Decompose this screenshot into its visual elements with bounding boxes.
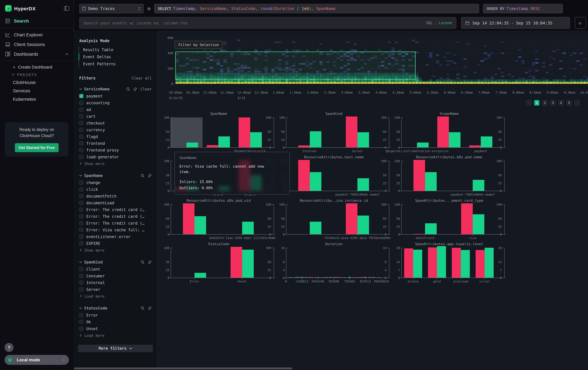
delta-chart-spanattributes-app-loyalty-level[interactable]: SpanAttributes.app.loyalty.level28281414… <box>392 241 507 285</box>
checkbox[interactable] <box>79 235 84 239</box>
filter-option-row[interactable]: frontend <box>78 140 153 147</box>
delta-chart-spankind[interactable]: SpanKind1001005050252500InternalServer <box>276 111 392 154</box>
filter-show-more[interactable]: Show more <box>78 247 153 253</box>
filter-by-selection-button[interactable]: Filter by Selection <box>175 41 223 49</box>
sidebar-item-search[interactable]: Search <box>0 16 74 26</box>
filter-option-row[interactable]: Consumer <box>78 272 153 279</box>
pin-icon[interactable] <box>134 87 137 91</box>
checkbox[interactable] <box>79 101 84 105</box>
filter-option-row[interactable]: Ok <box>78 319 153 325</box>
pagination-page-2[interactable]: 2 <box>542 100 547 106</box>
filter-option-row[interactable]: documentLoad <box>78 200 153 206</box>
filter-show-more[interactable]: Show more <box>78 160 153 167</box>
filter-option-row[interactable]: Error: The credit card (… <box>78 206 153 213</box>
checkbox[interactable] <box>79 327 84 331</box>
analysis-mode-results-table[interactable]: Results Table <box>78 46 153 53</box>
sidebar-preset-kubernetes[interactable]: Kubernetes <box>0 95 74 103</box>
delta-chart-duration[interactable]: Duration16168844000119881329441807030987… <box>276 241 392 285</box>
checkbox[interactable] <box>79 280 84 285</box>
checkbox[interactable] <box>79 134 84 139</box>
pagination-page-3[interactable]: 3 <box>550 100 556 106</box>
filter-load-more[interactable]: Load more <box>78 332 153 339</box>
filter-option-row[interactable]: accounting <box>78 100 153 106</box>
sidebar-preset-clickhouse[interactable]: ClickHouse <box>0 78 74 87</box>
filter-option-row[interactable]: currency <box>78 126 153 133</box>
delta-chart-spanname[interactable]: SpanName1001005050252500PaymentService/C… <box>161 111 276 154</box>
filter-option-row[interactable]: Error: The credit card (… <box>78 213 153 220</box>
delta-chart-resourceattribu-ice-instance-id[interactable]: ResourceAttribu..ice.instance.id10010050… <box>276 198 392 241</box>
search-icon[interactable] <box>141 174 145 178</box>
checkbox[interactable] <box>79 241 84 245</box>
delta-chart-scopename[interactable]: ScopeName1001005050252500@hyperdx/instru… <box>392 111 507 154</box>
checkbox[interactable] <box>79 214 84 219</box>
delta-chart-resourceattributes-k8s-pod-uid[interactable]: ResourceAttributes.k8s.pod.uid1001005050… <box>161 198 276 241</box>
checkbox[interactable] <box>79 221 84 225</box>
filter-option-row[interactable]: Error <box>78 312 153 319</box>
filter-option-row[interactable]: Error: The credit card (… <box>78 220 153 227</box>
pagination-next[interactable]: › <box>575 100 580 106</box>
lucene-toggle[interactable]: Lucene <box>439 20 452 25</box>
filter-option-row[interactable]: change <box>78 179 153 186</box>
checkbox[interactable] <box>79 121 84 125</box>
checkbox[interactable] <box>79 208 84 212</box>
pin-icon[interactable] <box>148 260 152 264</box>
pagination-page-1[interactable]: 1 <box>534 100 539 106</box>
pagination-page-4[interactable]: 4 <box>558 100 564 106</box>
checkbox[interactable] <box>79 267 84 271</box>
get-started-button[interactable]: Get Started for Free <box>15 143 59 152</box>
checkbox-checked[interactable]: ✓ <box>79 94 84 98</box>
filter-option-row[interactable]: Server <box>78 286 153 293</box>
delta-chart-spanattributes-yment-card-type[interactable]: SpanAttributes...yment.card_type10010050… <box>392 198 507 241</box>
sidebar-item-client-sessions[interactable]: Client Sessions <box>0 40 74 49</box>
horizontal-scrollbar[interactable] <box>74 367 292 369</box>
pin-icon[interactable] <box>148 174 152 178</box>
checkbox[interactable] <box>79 194 84 198</box>
search-icon[interactable] <box>141 260 145 264</box>
pin-icon[interactable] <box>148 306 152 310</box>
sidebar-preset-services[interactable]: Services <box>0 87 74 95</box>
local-mode-button[interactable]: U Local mode › <box>4 355 69 365</box>
filter-option-row[interactable]: click <box>78 186 153 193</box>
filter-option-row[interactable]: frontend-proxy <box>78 147 153 153</box>
filter-option-row[interactable]: load-generator <box>78 153 153 160</box>
filter-clear-button[interactable]: Clear <box>141 87 152 91</box>
pagination-prev[interactable]: ‹ <box>526 100 531 106</box>
filter-load-more[interactable]: Load more <box>78 293 153 300</box>
checkbox[interactable] <box>79 128 84 132</box>
sql-toggle[interactable]: SQL <box>426 20 433 25</box>
pagination-page-5[interactable]: 5 <box>567 100 572 106</box>
filter-option-row[interactable]: checkout <box>78 120 153 126</box>
checkbox[interactable] <box>79 274 84 278</box>
source-select[interactable]: Demo Traces <box>79 4 144 13</box>
date-range-input[interactable]: Sep 14 22:04:35 - Sep 15 10:04:35 <box>461 17 570 29</box>
clear-all-button[interactable]: Clear all <box>132 76 152 80</box>
filter-option-row[interactable]: flagd <box>78 133 153 140</box>
select-query-input[interactable]: SELECT Timestamp, ServiceName, StatusCod… <box>154 4 479 13</box>
checkbox[interactable] <box>79 114 84 118</box>
checkbox[interactable] <box>79 155 84 159</box>
checkbox[interactable] <box>79 287 84 291</box>
orderby-input[interactable]: ORDER BY Timestamp DESC <box>483 4 563 13</box>
checkbox[interactable] <box>79 108 84 112</box>
checkbox[interactable] <box>79 187 84 191</box>
sidebar-item-dashboards[interactable]: Dashboards <box>0 49 74 59</box>
filter-option-row[interactable]: Unset <box>78 325 153 332</box>
run-query-button[interactable]: ▷ <box>575 17 586 29</box>
sidebar-presets-header[interactable]: PRESETS <box>0 71 74 78</box>
filter-option-row[interactable]: ad <box>78 106 153 113</box>
filter-option-row[interactable]: Internal <box>78 279 153 286</box>
filter-option-row[interactable]: Error: Visa cache full: … <box>78 227 153 233</box>
filter-option-row[interactable]: Client <box>78 266 153 272</box>
more-filters-button[interactable]: More filters <box>78 345 153 352</box>
filter-option-row[interactable]: EXPIRE <box>78 240 153 247</box>
checkbox[interactable] <box>79 201 84 205</box>
search-input[interactable]: Search your events w/ Lucene ex. column:… <box>79 17 456 29</box>
analysis-mode-event-patterns[interactable]: Event Patterns <box>78 60 153 68</box>
filter-option-row[interactable]: ✓ payment <box>78 93 153 100</box>
search-icon[interactable] <box>126 87 130 91</box>
search-icon[interactable] <box>141 306 145 310</box>
checkbox[interactable] <box>79 320 84 324</box>
filter-option-row[interactable]: cart <box>78 113 153 120</box>
filter-option-row[interactable]: documentFetch <box>78 193 153 200</box>
analysis-mode-event-deltas[interactable]: Event Deltas <box>78 53 153 60</box>
